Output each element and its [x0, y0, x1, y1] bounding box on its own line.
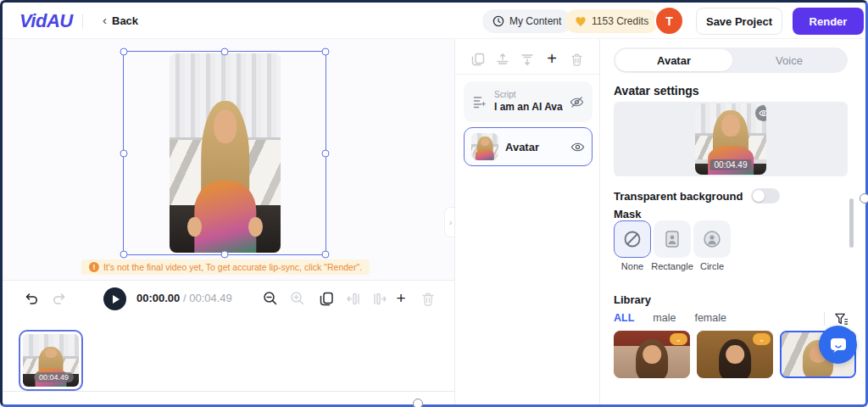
credits-button[interactable]: 1153 Credits — [565, 9, 659, 33]
filter-divider — [824, 312, 825, 326]
avatar-right-hand — [248, 217, 263, 237]
avatar-video-preview[interactable] — [170, 53, 281, 253]
redo-button[interactable] — [48, 288, 69, 309]
tab-voice[interactable]: Voice — [731, 47, 848, 73]
delete-clip-button[interactable] — [418, 288, 438, 309]
clock-icon — [492, 15, 504, 27]
avatar-layer-thumbnail — [471, 133, 498, 160]
plus-icon: + — [547, 49, 557, 69]
clip-duration-badge: 00:04.49 — [34, 372, 74, 382]
script-layer-preview: I am an AI Ava... — [494, 101, 563, 114]
lipsync-notice-text: It's not the final video yet, To get acc… — [103, 262, 362, 272]
library-avatar-card-1[interactable]: ⌄ — [614, 331, 690, 378]
script-layer-kind: Script — [494, 90, 563, 101]
avatar-preview-box: 00:04.49 — [614, 102, 848, 176]
timeline-clip[interactable]: 00:04.49 — [19, 330, 83, 391]
chevron-left-icon: ‹ — [103, 13, 107, 28]
tab-voice-label: Voice — [776, 54, 803, 67]
duplicate-clip-button[interactable] — [316, 288, 337, 309]
thumb-face — [481, 138, 489, 146]
resize-handle-s[interactable] — [221, 251, 229, 259]
resize-handle-nw[interactable] — [120, 48, 128, 56]
profile-initial: T — [665, 14, 673, 28]
header: VidAU ‹ Back My Content 1153 Credits T S… — [3, 3, 865, 39]
resize-handle-sw[interactable] — [120, 251, 128, 259]
avatar-face — [214, 109, 237, 143]
lib2-face — [726, 345, 744, 364]
mask-option-circle[interactable] — [693, 220, 731, 258]
undo-button[interactable] — [21, 288, 42, 309]
mask-option-rectangle[interactable] — [654, 220, 691, 258]
mask-option-none[interactable] — [614, 220, 651, 258]
resize-handle-ne[interactable] — [322, 48, 330, 56]
resize-handle-n[interactable] — [221, 48, 229, 56]
preview-eye-icon[interactable] — [755, 105, 766, 121]
lib1-face — [643, 345, 661, 364]
person-rectangle-icon — [664, 230, 681, 248]
tab-avatar[interactable]: Avatar — [615, 49, 732, 71]
add-clip-button[interactable]: + — [391, 288, 411, 309]
filter-male[interactable]: male — [653, 312, 676, 324]
editor-canvas[interactable]: ! It's not the final video yet, To get a… — [3, 39, 454, 280]
eye-off-icon[interactable] — [570, 96, 584, 109]
back-label: Back — [112, 14, 138, 27]
warning-icon: ! — [89, 262, 99, 272]
script-layer-info: Script I am an AI Ava... — [494, 90, 563, 114]
play-icon — [113, 295, 120, 304]
zoom-out-button[interactable] — [260, 288, 281, 309]
add-layer-button[interactable]: + — [542, 50, 561, 69]
mask-title: Mask — [614, 208, 642, 220]
chat-support-button[interactable] — [819, 326, 857, 364]
timeline: 00:00.00 / 00:04.49 + — [3, 280, 454, 404]
timeline-toolbar: 00:00.00 / 00:04.49 + — [3, 281, 454, 316]
avatar-preview-thumbnail[interactable]: 00:04.49 — [695, 103, 766, 175]
zoom-in-button[interactable] — [287, 288, 308, 309]
toggle-knob — [753, 190, 765, 202]
delete-layer-button[interactable] — [567, 50, 586, 69]
mask-label-rectangle: Rectangle — [647, 261, 698, 271]
resize-handle-w[interactable] — [120, 149, 128, 157]
render-button[interactable]: Render — [793, 8, 864, 35]
back-button[interactable]: ‹ Back — [103, 13, 138, 28]
render-label: Render — [810, 15, 848, 28]
preview-duration-badge: 00:04.49 — [710, 159, 752, 170]
chat-bubble-icon — [829, 337, 848, 354]
resize-handle-e[interactable] — [322, 149, 330, 157]
panel-scrollbar[interactable] — [849, 198, 854, 248]
bring-forward-button[interactable] — [493, 50, 512, 69]
prohibition-icon — [623, 230, 642, 248]
send-backward-button[interactable] — [518, 50, 537, 69]
tab-avatar-label: Avatar — [657, 54, 691, 67]
avatar-selection-box[interactable] — [123, 51, 326, 255]
eye-icon[interactable] — [570, 142, 585, 153]
person-circle-icon — [703, 230, 721, 248]
play-button[interactable] — [103, 287, 126, 310]
filter-funnel-icon[interactable] — [832, 310, 849, 327]
save-project-button[interactable]: Save Project — [696, 8, 782, 35]
avatar-settings-title: Avatar settings — [614, 84, 699, 98]
layer-item-script[interactable]: Script I am an AI Ava... — [464, 81, 593, 122]
credits-gem-icon — [575, 16, 587, 27]
frame-handle-right — [860, 193, 868, 204]
frame-handle-bottom — [413, 399, 423, 407]
my-content-button[interactable]: My Content — [482, 9, 571, 33]
trim-right-button[interactable] — [369, 288, 389, 309]
duplicate-layer-button[interactable] — [469, 50, 487, 69]
trim-left-button[interactable] — [343, 288, 364, 309]
profile-avatar[interactable]: T — [656, 8, 682, 34]
resize-handle-se[interactable] — [322, 251, 330, 259]
library-filters: ALL male female — [614, 312, 726, 324]
mask-label-circle: Circle — [693, 261, 731, 271]
vidau-app: VidAU ‹ Back My Content 1153 Credits T S… — [0, 0, 868, 407]
clip-face — [45, 348, 57, 358]
total-time: 00:04.49 — [189, 292, 232, 304]
layer-item-avatar[interactable]: Avatar — [464, 127, 593, 166]
filter-female[interactable]: female — [694, 312, 726, 324]
timeline-track[interactable]: 00:04.49 — [3, 316, 454, 392]
lipsync-notice: ! It's not the final video yet, To get a… — [81, 259, 370, 275]
transparent-bg-toggle[interactable] — [751, 188, 780, 204]
library-avatar-card-2[interactable]: ⌄ — [697, 331, 773, 378]
filter-all[interactable]: ALL — [614, 312, 634, 324]
transparent-bg-label: Transparent background — [614, 190, 743, 203]
vidau-logo: VidAU — [19, 10, 73, 32]
